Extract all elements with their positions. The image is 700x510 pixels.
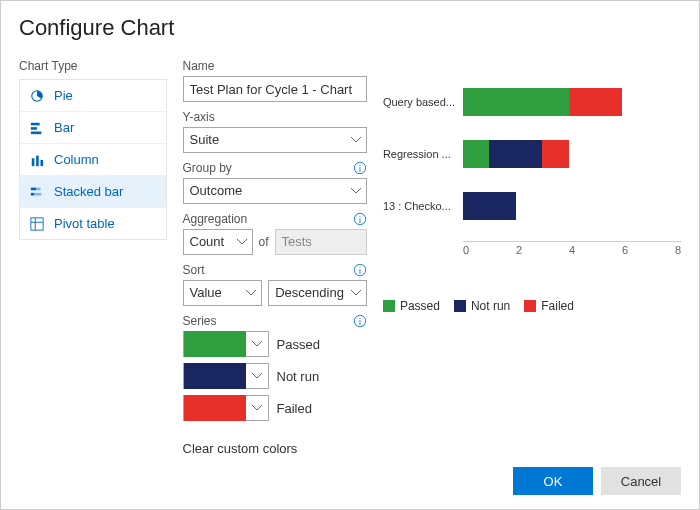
- chart-bar-segment: [569, 88, 622, 116]
- chart-type-stacked-bar[interactable]: Stacked bar: [20, 176, 166, 208]
- configure-chart-dialog: Configure Chart Chart Type Pie Bar Colum…: [0, 0, 700, 510]
- chart-bar-segment: [463, 140, 490, 168]
- svg-text:i: i: [359, 215, 361, 225]
- sort-field-select[interactable]: Value: [183, 280, 263, 306]
- series-color-failed[interactable]: [183, 395, 269, 421]
- chart-type-label-text: Pie: [54, 88, 73, 103]
- svg-rect-1: [31, 122, 40, 125]
- chevron-down-icon: [252, 373, 262, 379]
- info-icon[interactable]: i: [353, 314, 367, 328]
- svg-text:i: i: [359, 266, 361, 276]
- chart-bar-label: Query based...: [383, 96, 463, 108]
- svg-rect-6: [41, 160, 44, 166]
- info-icon[interactable]: i: [353, 161, 367, 175]
- svg-rect-7: [31, 187, 36, 190]
- chart-x-axis: 02468: [463, 241, 681, 254]
- chart-bar-segment: [463, 192, 516, 220]
- yaxis-select[interactable]: Suite: [183, 127, 367, 153]
- svg-rect-5: [36, 155, 39, 166]
- chart-legend: PassedNot runFailed: [383, 299, 681, 313]
- legend-item: Passed: [383, 299, 440, 313]
- series-color-notrun[interactable]: [183, 363, 269, 389]
- chart-tick: 8: [675, 244, 681, 256]
- svg-rect-11: [31, 217, 43, 229]
- chart-bar-segment: [542, 140, 569, 168]
- name-label: Name: [183, 59, 215, 73]
- swatch: [184, 395, 246, 421]
- chevron-down-icon: [252, 405, 262, 411]
- aggregation-label: Aggregation: [183, 212, 248, 226]
- legend-label: Passed: [400, 299, 440, 313]
- legend-item: Not run: [454, 299, 510, 313]
- legend-label: Failed: [541, 299, 574, 313]
- swatch: [184, 331, 246, 357]
- aggregation-of-label: of: [259, 235, 269, 249]
- chart-bar-track: [463, 88, 681, 116]
- svg-rect-4: [32, 158, 35, 166]
- series-label-text: Not run: [277, 369, 320, 384]
- legend-swatch: [524, 300, 536, 312]
- dialog-footer: OK Cancel: [19, 457, 681, 495]
- chart-type-label: Chart Type: [19, 59, 167, 73]
- series-row-notrun: Not run: [183, 363, 367, 389]
- chart-type-label-text: Column: [54, 152, 99, 167]
- info-icon[interactable]: i: [353, 263, 367, 277]
- svg-rect-10: [34, 192, 41, 195]
- chart-type-column[interactable]: Column: [20, 144, 166, 176]
- chart-area: Query based...Regression ...13 : Checko.…: [383, 85, 681, 285]
- svg-text:i: i: [359, 164, 361, 174]
- legend-item: Failed: [524, 299, 574, 313]
- name-input[interactable]: [183, 76, 367, 102]
- swatch: [184, 363, 246, 389]
- series-label-text: Passed: [277, 337, 320, 352]
- dialog-title: Configure Chart: [19, 15, 681, 41]
- cancel-button[interactable]: Cancel: [601, 467, 681, 495]
- chart-bar-row: Regression ...: [383, 137, 681, 171]
- chart-bar-row: Query based...: [383, 85, 681, 119]
- chart-type-list: Pie Bar Column Stacked bar Pivot table: [19, 79, 167, 240]
- chart-type-bar[interactable]: Bar: [20, 112, 166, 144]
- chevron-down-icon: [252, 341, 262, 347]
- chart-bar-track: [463, 192, 681, 220]
- chart-bar-row: 13 : Checko...: [383, 189, 681, 223]
- series-color-passed[interactable]: [183, 331, 269, 357]
- chart-type-label-text: Pivot table: [54, 216, 115, 231]
- aggregation-select[interactable]: Count: [183, 229, 253, 255]
- svg-rect-8: [36, 187, 40, 190]
- svg-rect-2: [31, 127, 37, 130]
- svg-rect-9: [31, 192, 35, 195]
- dialog-body: Chart Type Pie Bar Column Stacked bar: [19, 59, 681, 457]
- form-column: Name Y-axis Suite Group by i Outcome: [183, 59, 367, 457]
- legend-swatch: [383, 300, 395, 312]
- chart-type-pivot-table[interactable]: Pivot table: [20, 208, 166, 239]
- chart-tick: 6: [622, 244, 675, 256]
- chart-preview: Query based...Regression ...13 : Checko.…: [383, 59, 681, 457]
- chart-tick: 4: [569, 244, 622, 256]
- info-icon[interactable]: i: [353, 212, 367, 226]
- pie-icon: [30, 89, 44, 103]
- stacked-bar-icon: [30, 185, 44, 199]
- legend-swatch: [454, 300, 466, 312]
- chart-bar-track: [463, 140, 681, 168]
- series-label-text: Failed: [277, 401, 312, 416]
- bar-icon: [30, 121, 44, 135]
- chart-bar-label: 13 : Checko...: [383, 200, 463, 212]
- ok-button[interactable]: OK: [513, 467, 593, 495]
- chart-type-sidebar: Chart Type Pie Bar Column Stacked bar: [19, 59, 167, 457]
- sort-dir-select[interactable]: Descending: [268, 280, 367, 306]
- groupby-label: Group by: [183, 161, 232, 175]
- series-row-passed: Passed: [183, 331, 367, 357]
- chart-type-pie[interactable]: Pie: [20, 80, 166, 112]
- chart-tick: 0: [463, 244, 516, 256]
- groupby-select[interactable]: Outcome: [183, 178, 367, 204]
- sort-label: Sort: [183, 263, 205, 277]
- clear-custom-colors-link[interactable]: Clear custom colors: [183, 441, 367, 456]
- aggregation-target: Tests: [275, 229, 367, 255]
- chart-bar-segment: [463, 88, 569, 116]
- series-label: Series: [183, 314, 217, 328]
- chart-bar-segment: [489, 140, 542, 168]
- yaxis-label: Y-axis: [183, 110, 215, 124]
- svg-text:i: i: [359, 317, 361, 327]
- pivot-table-icon: [30, 217, 44, 231]
- chart-tick: 2: [516, 244, 569, 256]
